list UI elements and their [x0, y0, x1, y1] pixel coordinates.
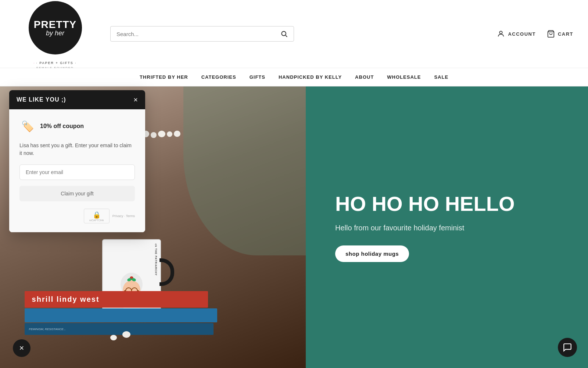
main-area: ck THE PATRIARCHY shrill lindy west FEMI…: [0, 86, 588, 368]
shop-holiday-mugs-button[interactable]: shop holiday mugs: [335, 245, 409, 262]
nav-item-categories[interactable]: CATEGORIES: [195, 74, 243, 80]
close-bottom-button[interactable]: ×: [13, 339, 31, 357]
coupon-label: 10% off coupon: [40, 123, 84, 130]
chat-button[interactable]: [558, 338, 577, 357]
search-area: [110, 26, 294, 42]
cart-label: CART: [558, 31, 573, 37]
nav-item-handpicked[interactable]: HANDPICKED BY KELLY: [272, 74, 348, 80]
search-box[interactable]: [110, 26, 294, 42]
popup-close-button[interactable]: ×: [133, 96, 138, 103]
popup-body: 🏷️ 10% off coupon Lisa has sent you a gi…: [9, 109, 145, 232]
svg-point-3: [500, 31, 502, 34]
nav-item-gifts[interactable]: GIFTS: [243, 74, 272, 80]
recaptcha-area: 🔒 reCAPTCHA Privacy · Terms: [19, 209, 135, 223]
hero-text-area: HO HO HO HELLO Hello from our favourite …: [306, 86, 588, 368]
logo-pretty-text: PRETTY: [34, 20, 76, 30]
svg-point-1: [282, 31, 286, 36]
popup-header: WE LIKE YOU ;) ×: [9, 90, 145, 109]
search-input[interactable]: [116, 31, 280, 37]
person-icon: [497, 30, 505, 38]
chat-icon: [563, 343, 572, 352]
popup-modal: WE LIKE YOU ;) × 🏷️ 10% off coupon Lisa …: [9, 90, 145, 232]
account-button[interactable]: ACCOUNT: [497, 30, 536, 38]
nav-item-thrifted[interactable]: THRIFTED BY HER: [133, 74, 195, 80]
hero-subtitle: Hello from our favourite holiday feminis…: [335, 224, 464, 232]
logo-tagline: · · PAPER + GIFTS ·: [33, 61, 77, 65]
cart-button[interactable]: CART: [547, 30, 573, 38]
recaptcha-links: Privacy · Terms: [112, 214, 135, 218]
logo-byher-text: by her: [46, 30, 64, 36]
popup-description: Lisa has sent you a gift. Enter your ema…: [19, 142, 135, 157]
hero-title: HO HO HO HELLO: [335, 192, 514, 215]
logo-circle[interactable]: PRETTY by her: [29, 1, 82, 54]
cart-icon: [547, 30, 555, 38]
nav-item-wholesale[interactable]: WHOLESALE: [380, 74, 427, 80]
popup-title: WE LIKE YOU ;): [17, 96, 66, 103]
popup-email-input[interactable]: [19, 164, 135, 180]
site-header: PRETTY COOL STUFF FOR PRETTY COOL PEOPLE…: [0, 0, 588, 68]
search-icon: [280, 30, 288, 38]
nav-item-sale[interactable]: SALE: [427, 74, 455, 80]
nav-bar: THRIFTED BY HER CATEGORIES GIFTS HANDPIC…: [0, 68, 588, 86]
nav-item-about[interactable]: ABOUT: [348, 74, 380, 80]
coupon-row: 🏷️ 10% off coupon: [19, 118, 135, 134]
close-bottom-icon: ×: [19, 344, 24, 352]
account-label: ACCOUNT: [508, 31, 536, 37]
coupon-icon: 🏷️: [19, 118, 36, 134]
logo-wrapper[interactable]: PRETTY COOL STUFF FOR PRETTY COOL PEOPLE…: [26, 0, 85, 57]
header-right: ACCOUNT CART: [497, 30, 573, 38]
logo-area: PRETTY COOL STUFF FOR PRETTY COOL PEOPLE…: [15, 0, 96, 70]
svg-line-2: [286, 35, 287, 37]
recaptcha-box[interactable]: 🔒 reCAPTCHA: [84, 209, 110, 223]
popup-claim-button[interactable]: Claim your gift: [19, 186, 135, 201]
book-title: shrill lindy west: [32, 295, 100, 304]
